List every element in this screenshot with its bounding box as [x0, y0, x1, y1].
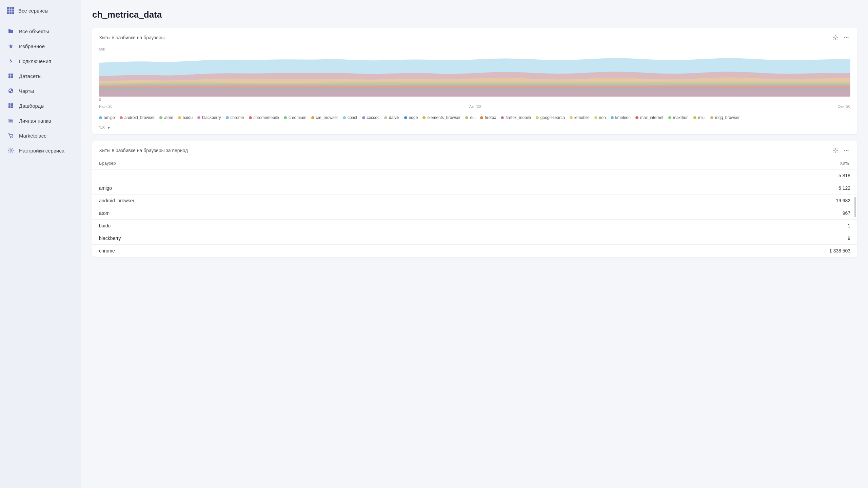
- chart2-settings-button[interactable]: [831, 146, 840, 155]
- main-content: ch_metrica_data Хиты в разбивке на брауз…: [81, 0, 868, 488]
- sidebar-item-personal-folder[interactable]: Личная папка: [0, 113, 81, 128]
- legend-item: baidu: [178, 115, 193, 120]
- legend-dot: [570, 116, 573, 119]
- svg-point-11: [10, 150, 12, 151]
- sidebar-item-label: Чарты: [19, 88, 34, 94]
- legend-item: blackberry: [197, 115, 221, 120]
- svg-rect-5: [11, 103, 13, 106]
- chart1-x-label-1: Авг '20: [469, 104, 481, 108]
- svg-point-13: [844, 37, 845, 38]
- sidebar-nav: Все объекты Избранное Подключения: [0, 21, 81, 161]
- pagination-label: 1/3: [99, 125, 105, 130]
- sidebar-item-charts[interactable]: Чарты: [0, 83, 81, 98]
- legend-dot: [159, 116, 162, 119]
- chart1-svg-wrap: [99, 53, 850, 98]
- legend-label: chrome: [231, 115, 244, 120]
- table-row: android_browser19 682: [92, 195, 857, 207]
- col-hits-header: Хиты: [540, 157, 857, 169]
- legend-label: maxthon: [673, 115, 689, 120]
- sidebar-item-marketplace[interactable]: Marketplace: [0, 128, 81, 143]
- legend-label: cm_browser: [316, 115, 338, 120]
- table-row: amigo6 122: [92, 182, 857, 195]
- legend-item: maxthon: [668, 115, 689, 120]
- legend-label: atom: [164, 115, 173, 120]
- svg-point-12: [835, 37, 836, 38]
- legend-item: chromium: [284, 115, 307, 120]
- browser-cell: [92, 169, 540, 182]
- chart1-actions: [831, 34, 850, 42]
- chart1-title: Хиты в разбивке на браузеры: [99, 35, 165, 40]
- browser-cell: amigo: [92, 182, 540, 195]
- svg-point-14: [846, 37, 847, 38]
- bolt-icon: [7, 58, 14, 64]
- hits-cell: 967: [540, 207, 857, 220]
- chart1-more-button[interactable]: [842, 34, 850, 42]
- legend-label: eui: [470, 115, 475, 120]
- sidebar-item-label: Дашборды: [19, 103, 44, 109]
- svg-point-17: [844, 150, 845, 151]
- legend-dot: [362, 116, 365, 119]
- svg-point-9: [10, 137, 11, 138]
- svg-rect-2: [8, 76, 11, 78]
- more-icon: [844, 35, 849, 40]
- chart1-x-label-0: Июл '20: [99, 104, 113, 108]
- legend-item: eui: [465, 115, 475, 120]
- legend-label: chromemobile: [254, 115, 279, 120]
- legend-label: iemobile: [574, 115, 590, 120]
- legend-label: elements_browser: [427, 115, 460, 120]
- browser-table: Браузер Хиты 5 818amigo6 122android_brow…: [92, 157, 857, 257]
- dashboard-icon: [7, 102, 14, 109]
- svg-rect-6: [8, 105, 11, 108]
- settings-icon: [7, 147, 14, 154]
- legend-dot: [249, 116, 252, 119]
- svg-point-8: [10, 120, 12, 121]
- legend-dot: [197, 116, 200, 119]
- pie-icon: [7, 87, 14, 94]
- legend-item: kmeleon: [611, 115, 631, 120]
- legend-item: android_browser: [120, 115, 155, 120]
- legend-label: blackberry: [202, 115, 221, 120]
- chart2-more-button[interactable]: [842, 146, 850, 155]
- legend-item: iemobile: [570, 115, 590, 120]
- sidebar: Все сервисы Все объекты Избранное: [0, 0, 81, 488]
- hits-cell: 9: [540, 232, 857, 245]
- chart1-header: Хиты в разбивке на браузеры: [92, 28, 857, 44]
- legend-item: googlesearch: [536, 115, 565, 120]
- legend-dot: [343, 116, 346, 119]
- legend-dot: [594, 116, 597, 119]
- legend-item: firefox: [480, 115, 496, 120]
- sidebar-item-dashboards[interactable]: Дашборды: [0, 98, 81, 113]
- chart1-y-min: 0: [99, 98, 850, 102]
- browser-cell: chrome: [92, 245, 540, 257]
- legend-label: firefox: [485, 115, 496, 120]
- legend-dot: [404, 116, 407, 119]
- sidebar-item-favorites[interactable]: Избранное: [0, 39, 81, 54]
- star-icon: [7, 43, 14, 49]
- legend-label: coast: [348, 115, 357, 120]
- table-row: blackberry9: [92, 232, 857, 245]
- svg-point-19: [848, 150, 849, 151]
- legend-label: kmeleon: [615, 115, 631, 120]
- legend-label: edge: [409, 115, 418, 120]
- legend-dot: [178, 116, 181, 119]
- table-row: baidu1: [92, 220, 857, 232]
- page-title: ch_metrica_data: [92, 9, 857, 20]
- legend-item: chromemobile: [249, 115, 279, 120]
- browser-cell: android_browser: [92, 195, 540, 207]
- sidebar-item-datasets[interactable]: Датасеты: [0, 68, 81, 83]
- table-row: atom967: [92, 207, 857, 220]
- table-row: chrome1 338 503: [92, 245, 857, 257]
- legend-item: cm_browser: [311, 115, 338, 120]
- svg-rect-7: [11, 106, 13, 108]
- sidebar-item-connections[interactable]: Подключения: [0, 54, 81, 68]
- app-menu-button[interactable]: Все сервисы: [0, 0, 81, 21]
- legend-dot: [480, 116, 483, 119]
- cart-icon: [7, 132, 14, 139]
- sidebar-item-all-objects[interactable]: Все объекты: [0, 24, 81, 39]
- legend-dot: [422, 116, 426, 119]
- sidebar-item-settings[interactable]: Настройки сервиса: [0, 143, 81, 158]
- app-menu-label: Все сервисы: [18, 8, 48, 14]
- legend-label: dalvik: [389, 115, 399, 120]
- legend-label: iron: [599, 115, 606, 120]
- chart1-settings-button[interactable]: [831, 34, 840, 42]
